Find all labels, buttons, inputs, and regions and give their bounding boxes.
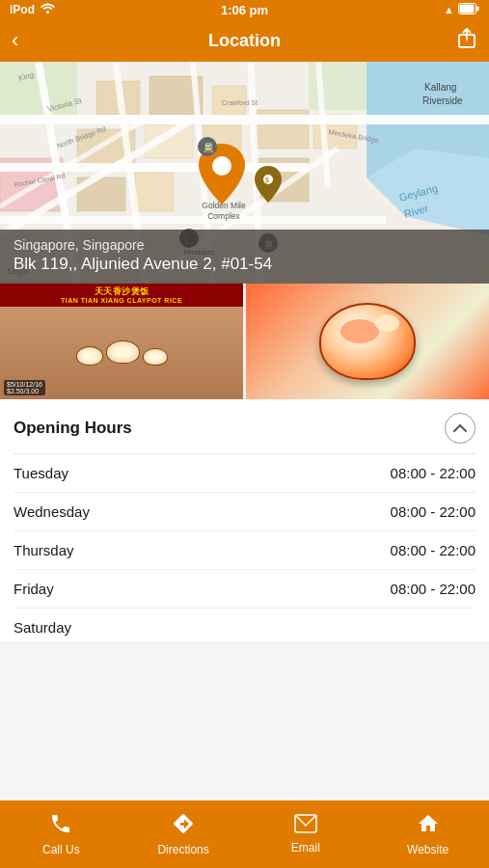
svg-point-38 — [212, 156, 231, 176]
status-time: 1:06 pm — [221, 3, 268, 17]
day-tuesday: Tuesday — [14, 465, 68, 481]
svg-text:Riverside: Riverside — [422, 95, 463, 106]
svg-rect-20 — [0, 115, 489, 124]
battery-icon — [458, 3, 479, 16]
svg-rect-22 — [0, 216, 386, 224]
hours-header: Opening Hours — [14, 399, 475, 454]
restaurant-sign: 天天香沙煲饭 TIAN TIAN XIANG CLAYPOT RICE — [0, 284, 243, 307]
back-button[interactable]: ‹ — [12, 28, 54, 53]
map-city: Singapore, Singapore — [14, 237, 475, 253]
tab-call-label: Call Us — [42, 843, 80, 856]
directions-icon — [172, 812, 195, 839]
svg-rect-2 — [460, 5, 475, 14]
svg-rect-15 — [135, 173, 174, 211]
svg-text:Complex: Complex — [207, 211, 240, 221]
restaurant-body: $5/10/12/16 $2.50/3.00 — [0, 307, 243, 399]
restaurant-photo[interactable]: 天天香沙煲饭 TIAN TIAN XIANG CLAYPOT RICE $5/1… — [0, 284, 243, 399]
map-address: Blk 119,, Aljunied Avenue 2, #01-54 — [14, 255, 475, 274]
hours-row-wednesday: Wednesday 08:00 - 22:00 — [14, 493, 475, 531]
svg-text:Crawford St: Crawford St — [222, 99, 258, 106]
tab-directions[interactable]: Directions — [122, 800, 245, 868]
hours-row-saturday: Saturday — [14, 609, 475, 641]
collapse-button[interactable] — [445, 413, 475, 444]
time-friday: 08:00 - 22:00 — [391, 581, 475, 597]
svg-text:Golden Mile: Golden Mile — [202, 201, 246, 210]
hours-row-friday: Friday 08:00 - 22:00 — [14, 570, 475, 609]
tab-email[interactable]: Email — [245, 800, 367, 868]
time-wednesday: 08:00 - 22:00 — [391, 503, 475, 520]
nav-bar: ‹ Location — [0, 19, 489, 62]
hours-title: Opening Hours — [14, 419, 132, 438]
status-bar: iPod 1:06 pm ▲ — [0, 0, 489, 19]
tab-directions-label: Directions — [157, 843, 208, 856]
tab-call[interactable]: Call Us — [0, 800, 122, 868]
website-icon — [417, 812, 440, 839]
call-icon — [49, 812, 72, 839]
hours-section: Opening Hours Tuesday 08:00 - 22:00 Wedn… — [0, 399, 489, 641]
tab-bar: Call Us Directions Email Website — [0, 800, 489, 868]
day-saturday: Saturday — [14, 619, 71, 636]
time-thursday: 08:00 - 22:00 — [391, 542, 475, 558]
svg-text:🚊: 🚊 — [203, 141, 215, 153]
svg-point-0 — [46, 11, 49, 14]
food-bowl — [319, 303, 416, 380]
page-title: Location — [54, 31, 435, 51]
food-photo[interactable] — [246, 284, 489, 399]
hours-row-thursday: Thursday 08:00 - 22:00 — [14, 531, 475, 570]
hours-row-tuesday: Tuesday 08:00 - 22:00 — [14, 454, 475, 493]
tab-website[interactable]: Website — [367, 800, 489, 868]
status-right: ▲ — [444, 3, 479, 16]
share-button[interactable] — [435, 28, 477, 54]
map-container[interactable]: Victoria St Rochor Canal Rd North Bridge… — [0, 62, 489, 284]
day-wednesday: Wednesday — [14, 503, 90, 520]
photos-row: 天天香沙煲饭 TIAN TIAN XIANG CLAYPOT RICE $5/1… — [0, 284, 489, 399]
status-left: iPod — [10, 3, 55, 16]
email-icon — [294, 814, 317, 837]
time-tuesday: 08:00 - 22:00 — [391, 465, 475, 481]
price-tag-1: $5/10/12/16 $2.50/3.00 — [4, 380, 45, 395]
food-inner — [246, 284, 489, 399]
tab-email-label: Email — [291, 841, 320, 854]
carrier-label: iPod — [10, 3, 35, 16]
svg-text:$: $ — [265, 176, 269, 183]
map-overlay: Singapore, Singapore Blk 119,, Aljunied … — [0, 230, 489, 284]
svg-text:Kallang: Kallang — [424, 82, 456, 93]
svg-rect-3 — [476, 7, 479, 12]
tab-website-label: Website — [407, 843, 448, 856]
day-thursday: Thursday — [14, 542, 74, 558]
location-icon: ▲ — [444, 4, 454, 15]
wifi-icon — [41, 3, 55, 16]
day-friday: Friday — [14, 581, 54, 597]
